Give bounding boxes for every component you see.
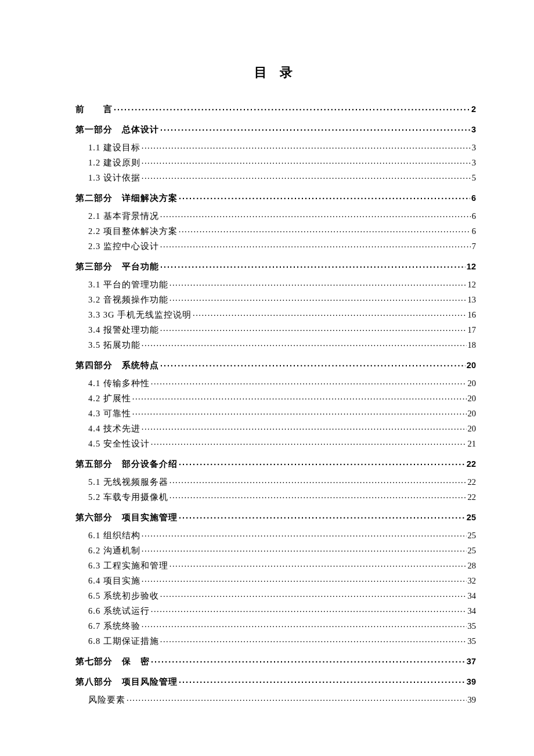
- toc-leader-dots: [142, 530, 467, 538]
- toc-leader-dots: [132, 393, 467, 401]
- toc-entry-page: 21: [468, 440, 477, 448]
- toc-entry-page: 5: [472, 174, 476, 182]
- toc-entry-label: 第六部分 项目实施管理: [75, 513, 178, 522]
- toc-entry-page: 6: [472, 212, 476, 221]
- toc-leader-dots: [142, 575, 467, 584]
- toc-entry-page: 39: [468, 696, 477, 704]
- toc-entry-page: 22: [468, 493, 477, 502]
- toc-entry-page: 20: [468, 424, 477, 433]
- toc-entry-page: 7: [472, 242, 476, 251]
- toc-leader-dots: [151, 438, 467, 447]
- toc-entry-page: 22: [468, 478, 477, 487]
- toc-entry-page: 3: [472, 143, 476, 152]
- toc-leader-dots: [160, 261, 466, 269]
- toc-entry-label: 3.3 3G 手机无线监控说明: [88, 311, 192, 319]
- toc-entry-page: 39: [467, 678, 476, 686]
- toc-entry-label: 3.4 报警处理功能: [88, 326, 159, 334]
- toc-entry-label: 第二部分 详细解决方案: [75, 194, 178, 203]
- toc-entry-page: 20: [468, 394, 477, 403]
- toc-entry: 4.2 扩展性20: [75, 393, 476, 402]
- toc-entry: 第四部分 系统特点20: [75, 359, 476, 369]
- toc-entry: 6.1 组织结构25: [75, 530, 476, 539]
- toc-leader-dots: [142, 620, 467, 629]
- toc-entry-label: 1.1 建设目标: [88, 143, 140, 152]
- toc-entry: 第八部分 项目风险管理39: [75, 676, 476, 686]
- toc-entry-page: 20: [468, 409, 477, 418]
- toc-entry-label: 2.3 监控中心设计: [88, 242, 159, 251]
- toc-entry: 3.2 音视频操作功能13: [75, 294, 476, 304]
- toc-leader-dots: [142, 339, 467, 348]
- toc-leader-dots: [151, 656, 466, 664]
- toc-entry-label: 1.2 建设原则: [88, 159, 140, 167]
- toc-leader-dots: [179, 225, 471, 234]
- toc-entry-label: 3.1 平台的管理功能: [88, 280, 168, 289]
- toc-title: 目 录: [75, 64, 476, 81]
- toc-entry: 6.3 工程实施和管理28: [75, 560, 476, 570]
- toc-entry-label: 1.3 设计依据: [88, 174, 140, 182]
- toc-list: 前 言2第一部分 总体设计31.1 建设目标31.2 建设原则31.3 设计依据…: [75, 103, 476, 704]
- toc-entry: 第七部分 保 密37: [75, 656, 476, 665]
- toc-entry-page: 17: [468, 326, 477, 334]
- toc-leader-dots: [142, 157, 471, 165]
- toc-entry-label: 第八部分 项目风险管理: [75, 678, 178, 686]
- toc-entry: 4.3 可靠性20: [75, 408, 476, 417]
- toc-leader-dots: [160, 590, 467, 599]
- toc-entry: 1.3 设计依据5: [75, 172, 476, 182]
- toc-entry: 第五部分 部分设备介绍22: [75, 458, 476, 468]
- toc-entry-label: 6.3 工程实施和管理: [88, 561, 168, 570]
- toc-entry-label: 第七部分 保 密: [75, 657, 150, 666]
- toc-entry-label: 4.4 技术先进: [88, 424, 140, 433]
- toc-leader-dots: [142, 545, 467, 553]
- toc-entry-label: 6.4 项目实施: [88, 577, 140, 585]
- toc-entry: 前 言2: [75, 103, 476, 113]
- toc-entry-label: 风险要素: [88, 696, 125, 704]
- toc-entry-page: 12: [468, 280, 477, 289]
- toc-entry: 第三部分 平台功能12: [75, 261, 476, 271]
- toc-leader-dots: [179, 192, 470, 201]
- toc-leader-dots: [142, 423, 467, 431]
- toc-leader-dots: [151, 605, 467, 614]
- toc-entry: 风险要素39: [75, 694, 476, 704]
- toc-entry-page: 20: [467, 361, 476, 370]
- toc-leader-dots: [160, 124, 470, 132]
- toc-entry-label: 6.8 工期保证措施: [88, 637, 159, 646]
- toc-entry-page: 35: [468, 622, 477, 631]
- toc-leader-dots: [179, 512, 466, 520]
- toc-entry-page: 32: [468, 577, 477, 585]
- toc-entry-label: 2.2 项目整体解决方案: [88, 227, 178, 236]
- toc-entry: 3.3 3G 手机无线监控说明16: [75, 309, 476, 319]
- toc-leader-dots: [142, 172, 471, 181]
- toc-entry-label: 4.3 可靠性: [88, 409, 131, 418]
- toc-entry: 第二部分 详细解决方案6: [75, 192, 476, 202]
- toc-entry: 2.1 基本背景情况6: [75, 210, 476, 220]
- toc-entry-page: 16: [468, 311, 477, 319]
- toc-entry-label: 前 言: [75, 105, 113, 114]
- toc-entry-label: 5.1 无线视频服务器: [88, 478, 168, 487]
- toc-entry-label: 6.6 系统试运行: [88, 607, 150, 615]
- toc-entry: 5.1 无线视频服务器22: [75, 476, 476, 486]
- toc-leader-dots: [160, 210, 471, 219]
- toc-leader-dots: [160, 324, 467, 333]
- toc-leader-dots: [132, 408, 467, 416]
- toc-entry-label: 6.5 系统初步验收: [88, 592, 159, 600]
- toc-entry: 3.5 拓展功能18: [75, 339, 476, 349]
- toc-entry-label: 5.2 车载专用摄像机: [88, 493, 168, 502]
- toc-entry: 2.3 监控中心设计7: [75, 240, 476, 250]
- toc-entry: 5.2 车载专用摄像机22: [75, 491, 476, 501]
- toc-entry-page: 20: [468, 379, 477, 388]
- toc-entry-page: 12: [467, 262, 476, 271]
- toc-leader-dots: [151, 377, 467, 386]
- toc-entry-page: 35: [468, 637, 477, 646]
- toc-leader-dots: [169, 279, 467, 287]
- toc-entry-page: 6: [471, 194, 476, 203]
- toc-leader-dots: [114, 103, 470, 112]
- toc-entry: 6.4 项目实施32: [75, 575, 476, 585]
- toc-entry: 1.1 建设目标3: [75, 142, 476, 152]
- toc-entry: 6.7 系统终验35: [75, 620, 476, 630]
- toc-entry: 第一部分 总体设计3: [75, 124, 476, 134]
- toc-entry: 第六部分 项目实施管理25: [75, 512, 476, 521]
- toc-entry-label: 4.2 扩展性: [88, 394, 131, 403]
- toc-entry-page: 25: [467, 513, 476, 522]
- toc-entry-label: 3.5 拓展功能: [88, 341, 140, 350]
- toc-entry-page: 37: [467, 657, 476, 666]
